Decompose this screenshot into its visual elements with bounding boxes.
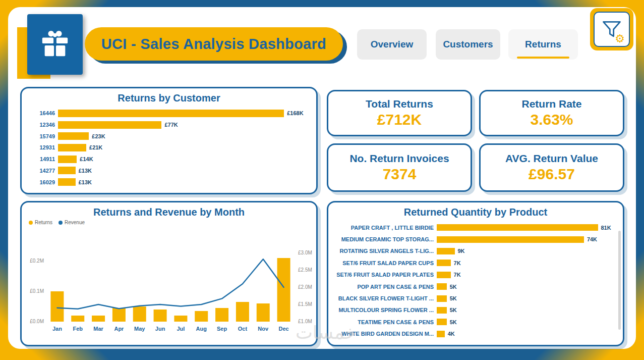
combo-chart: £0.2M£0.1M£0.0M£3.0M£2.5M£2.0M£1.5M£1.0M… [23, 227, 318, 336]
bar[interactable] [437, 236, 584, 243]
month-label: Feb [73, 326, 83, 332]
dashboard-canvas: UCI - Sales Analysis Dashboard Overview … [8, 7, 636, 349]
returns-by-customer-chart: 16446£168K12346£77K15749£23K12931£21K149… [29, 108, 309, 188]
bar-row: POP ART PEN CASE & PENS5K [335, 283, 616, 290]
kpi-title: AVG. Return Value [505, 152, 598, 165]
filter-button[interactable]: ⚙ [590, 8, 633, 50]
returns-revenue-by-month-title: Returns and Revenue by Month [22, 207, 316, 218]
legend-label: Returns [35, 220, 52, 225]
bar-value-label: 5K [450, 319, 457, 325]
bar-row: BLACK SILVER FLOWER T-LIGHT ...5K [335, 295, 616, 302]
kpi-title: No. Return Invoices [349, 152, 449, 165]
month-return-bar[interactable] [92, 316, 105, 322]
bar-row: PAPER CRAFT , LITTLE BIRDIE81K [335, 224, 616, 231]
legend-dot [29, 221, 33, 225]
dashboard-frame: UCI - Sales Analysis Dashboard Overview … [0, 0, 644, 360]
month-return-bar[interactable] [277, 258, 290, 322]
month-return-bar[interactable] [257, 303, 270, 322]
bar-value-label: 9K [458, 248, 465, 254]
bar-value-label: £168K [287, 110, 303, 116]
bar-category-label: 14277 [29, 168, 55, 174]
bar-row: 15749£23K [29, 132, 309, 140]
bar[interactable] [58, 167, 76, 174]
bar[interactable] [437, 283, 447, 290]
bar-category-label: 14911 [29, 156, 55, 162]
left-axis-tick: £0.2M [30, 258, 44, 264]
bar[interactable] [58, 156, 77, 163]
bar-row: 16446£168K [29, 110, 309, 117]
tab-customers[interactable]: Customers [436, 29, 500, 60]
bar[interactable] [58, 178, 76, 186]
funnel-icon: ⚙ [594, 12, 630, 47]
month-return-bar[interactable] [112, 308, 126, 322]
bar[interactable] [437, 272, 451, 278]
bar[interactable] [437, 260, 451, 266]
month-return-bar[interactable] [133, 306, 146, 322]
bar-category-label: SET/6 FRUIT SALAD PAPER PLATES [335, 272, 434, 278]
bar[interactable] [58, 121, 161, 129]
kpi-avg-return-value: AVG. Return Value £96.57 [479, 143, 624, 192]
bar-value-label: £77K [164, 122, 178, 128]
tab-overview[interactable]: Overview [357, 29, 427, 60]
bar-value-label: 81K [601, 225, 611, 231]
left-axis-tick: £0.1M [30, 288, 44, 294]
legend-dot [58, 221, 63, 225]
bar-row: MULTICOLOUR SPRING FLOWER ...5K [335, 307, 616, 314]
bar[interactable] [58, 132, 89, 140]
bar[interactable] [58, 144, 86, 151]
returned-quantity-by-product-title: Returned Quantity by Product [328, 207, 623, 218]
kpi-title: Total Returns [366, 98, 433, 110]
month-label: Jul [177, 326, 185, 332]
bar-category-label: SET/6 FRUIT SALAD PAPER CUPS [335, 260, 434, 266]
month-return-bar[interactable] [236, 302, 249, 322]
gear-icon: ⚙ [615, 32, 625, 45]
bar-category-label: 16029 [29, 179, 55, 185]
month-label: May [134, 326, 145, 332]
bar[interactable] [437, 295, 447, 302]
bar-value-label: 5K [450, 284, 457, 290]
kpi-total-returns: Total Returns £712K [327, 90, 472, 136]
bar-category-label: MULTICOLOUR SPRING FLOWER ... [335, 307, 434, 313]
bar[interactable] [437, 307, 447, 314]
revenue-line [57, 259, 283, 309]
month-return-bar[interactable] [71, 316, 84, 322]
gift-icon [27, 14, 83, 75]
bar-value-label: £23K [92, 133, 105, 139]
month-label: Aug [196, 326, 207, 332]
bar[interactable] [437, 248, 455, 254]
month-return-bar[interactable] [215, 308, 228, 322]
bar-value-label: 5K [450, 295, 457, 301]
returns-by-customer-title: Returns by Customer [22, 92, 316, 104]
app-logo [17, 13, 93, 80]
bar[interactable] [58, 110, 284, 117]
month-label: Mar [93, 326, 103, 332]
right-axis-tick: £1.5M [298, 301, 312, 307]
kpi-value: 7374 [383, 166, 417, 183]
bar-value-label: 5K [450, 307, 457, 313]
watermark: خمسات [260, 322, 391, 343]
bar-value-label: £13K [79, 168, 92, 174]
month-return-bar[interactable] [174, 316, 187, 322]
bar-category-label: 16446 [29, 110, 55, 116]
month-label: Apr [114, 326, 124, 332]
bar[interactable] [437, 224, 598, 231]
tab-returns[interactable]: Returns [508, 29, 578, 60]
month-return-bar[interactable] [154, 310, 167, 322]
bar-value-label: £13K [79, 179, 92, 185]
bar-row: 14277£13K [29, 167, 309, 174]
bar-row: SET/6 FRUIT SALAD PAPER PLATES7K [335, 272, 616, 278]
returns-by-customer-panel: Returns by Customer 16446£168K12346£77K1… [20, 87, 318, 194]
bar-category-label: 15749 [29, 133, 55, 139]
product-chart-scrollbar[interactable] [618, 231, 621, 330]
bar-category-label: 12346 [29, 122, 55, 128]
bar[interactable] [437, 331, 445, 337]
bar[interactable] [437, 319, 447, 325]
month-return-bar[interactable] [195, 311, 208, 322]
month-label: Sep [217, 326, 227, 332]
combo-chart-legend: ReturnsRevenue [29, 220, 85, 225]
month-return-bar[interactable] [50, 291, 64, 322]
month-label: Jan [52, 326, 62, 332]
kpi-return-rate: Return Rate 3.63% [479, 90, 624, 136]
right-axis-tick: £2.5M [298, 267, 312, 273]
bar-row: ROTATING SILVER ANGELS T-LIG...9K [335, 248, 616, 254]
